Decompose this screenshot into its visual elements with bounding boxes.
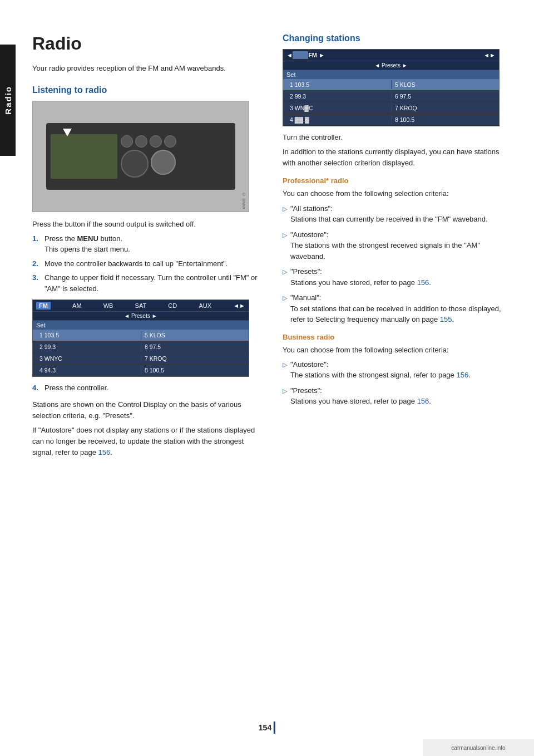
screen-right-icon: ◄► (233, 302, 245, 309)
page-blue-bar (274, 721, 275, 734)
station-3-right: 7 KROQ (141, 354, 245, 363)
station-2-right: 6 97.5 (141, 342, 245, 351)
radio-btn-3 (150, 135, 162, 148)
business-intro: You can choose from the following select… (283, 345, 511, 356)
radio-unit-graphic (46, 123, 235, 190)
am-label: AM (72, 302, 82, 309)
intro-text: Your radio provides reception of the FM … (32, 63, 260, 74)
left-column: Radio Your radio provides reception of t… (32, 33, 271, 462)
business-bullet-title-1: "Autostore": (290, 360, 329, 369)
business-bullet-content-2: "Presets": Stations you have stored, ref… (290, 385, 511, 407)
step-3-content: Change to upper field if necessary. Turn… (44, 272, 260, 294)
bullet-all-stations: ▷ "All stations": Stations that can curr… (283, 203, 511, 225)
step-1-content: Press the MENU button. This opens the st… (44, 233, 260, 255)
station-2-left: 2 99.3 (36, 342, 141, 351)
cd-label: CD (168, 302, 177, 309)
bullet-title-4: "Manual": (290, 293, 321, 302)
ch-station-row-2: 2 99.3 6 97.5 (283, 91, 499, 102)
changing-fm-label: FM ► (308, 52, 325, 58)
footer-watermark: carmanualsonline.info (423, 739, 534, 756)
listening-section-title: Listening to radio (32, 85, 260, 95)
ch-station-2-right: 6 97.5 (391, 92, 496, 101)
business-title: Business radio (283, 333, 511, 341)
station-1-right: 5 KLOS (141, 331, 245, 340)
ch-station-4-right: 8 100.5 (391, 115, 496, 124)
step-2-content: Move the controller backwards to call up… (44, 258, 260, 269)
radio-btn-2 (135, 135, 147, 148)
radio-controls (121, 135, 231, 178)
radio-btn-row-1 (121, 135, 231, 148)
bullet-text-1: Stations that can currently be received … (290, 215, 488, 223)
bullet-text-3: Stations you have stored, refer to page … (290, 278, 431, 287)
radio-image: © BMW (32, 101, 249, 212)
ch-station-4-left: 4 ▓▓.▓ (286, 115, 391, 124)
professional-bullets: ▷ "All stations": Stations that can curr… (283, 203, 511, 325)
step-3-num: 3. (32, 272, 41, 294)
station-4-left: 4 94.3 (36, 366, 141, 375)
para2-text: If "Autostore" does not display any stat… (32, 425, 260, 458)
ch-station-2-left: 2 99.3 (286, 92, 391, 101)
para2-end: . (110, 448, 112, 456)
para2-link[interactable]: 156 (98, 448, 111, 456)
ch-station-1-right: 5 KLOS (391, 80, 496, 89)
business-autostore-link[interactable]: 156 (456, 371, 468, 379)
presets-link[interactable]: 156 (417, 278, 429, 287)
footer-text: carmanualsonline.info (451, 745, 505, 751)
changing-band-display (293, 51, 308, 59)
para1-text: Stations are shown on the Control Displa… (32, 399, 260, 421)
bullet-title-2: "Autostore": (290, 230, 329, 239)
page-number-area: 154 (259, 721, 275, 734)
arrow-indicator (63, 129, 72, 136)
bullet-arrow-1: ▷ (283, 204, 287, 225)
station-row-4: 4 94.3 8 100.5 (33, 365, 249, 376)
ch-station-row-3: 3 WN▓C 7 KROQ (283, 102, 499, 114)
ch-station-3-right: 7 KROQ (391, 104, 496, 112)
side-tab: Radio (0, 45, 16, 156)
page-title: Radio (32, 33, 260, 54)
business-bullet-title-2: "Presets": (290, 386, 322, 395)
step-3: 3. Change to upper field if necessary. T… (32, 272, 260, 294)
step-2-num: 2. (32, 258, 41, 269)
business-bullet-arrow-2: ▷ (283, 386, 287, 407)
radio-btn-row-2 (121, 150, 231, 178)
changing-set-label: Set (286, 71, 296, 78)
step-1-sub: This opens the start menu. (44, 245, 130, 253)
business-presets-link[interactable]: 156 (417, 397, 429, 405)
radio-knob (151, 150, 176, 175)
station-row-3: 3 WNYC 7 KROQ (33, 353, 249, 365)
station-4-right: 8 100.5 (141, 366, 245, 375)
radio-btn-1 (121, 135, 133, 148)
radio-display (51, 134, 117, 179)
bullet-text-4: To set stations that can be received in … (290, 305, 501, 324)
station-row-1: 1 103.5 5 KLOS (33, 330, 249, 341)
step4-list: 4. Press the controller. (32, 382, 260, 394)
side-tab-label: Radio (3, 86, 13, 115)
image-watermark: © BMW (241, 192, 246, 209)
bullet-arrow-4: ▷ (283, 293, 287, 325)
ch-station-row-1: 1 103.5 5 KLOS (283, 79, 499, 91)
business-bullet-content-1: "Autostore": The stations with the stron… (290, 359, 511, 381)
bullet-title-3: "Presets": (290, 267, 322, 276)
sat-label: SAT (135, 302, 147, 309)
changing-header-row: ◄ FM ► ◄► (283, 50, 499, 61)
radio-btn-4 (164, 135, 176, 148)
screen-presets-row: ◄ Presets ► (33, 312, 249, 321)
para2-content: If "Autostore" does not display any stat… (32, 426, 255, 456)
page-number: 154 (259, 723, 271, 732)
step-2: 2. Move the controller backwards to call… (32, 258, 260, 269)
step-4-num: 4. (32, 382, 41, 394)
station-row-2: 2 99.3 6 97.5 (33, 341, 249, 353)
steps-list: 1. Press the MENU button. This opens the… (32, 233, 260, 294)
wb-label: WB (103, 302, 113, 309)
radio-btn-large (121, 150, 149, 178)
manual-link[interactable]: 155 (440, 315, 452, 323)
changing-section-title: Changing stations (283, 33, 511, 43)
bullet-content-3: "Presets": Stations you have stored, ref… (290, 266, 511, 288)
changing-screen: ◄ FM ► ◄► ◄ Presets ► Set 1 103.5 5 KLOS… (283, 49, 500, 126)
bullet-content-4: "Manual": To set stations that can be re… (290, 292, 511, 325)
business-bullet-arrow-1: ▷ (283, 360, 287, 381)
presets-label: ◄ Presets ► (124, 313, 157, 319)
changing-para1: Turn the controller. (283, 132, 511, 143)
fm-indicator: FM (36, 302, 51, 310)
changing-left-arrow: ◄ (286, 52, 293, 58)
